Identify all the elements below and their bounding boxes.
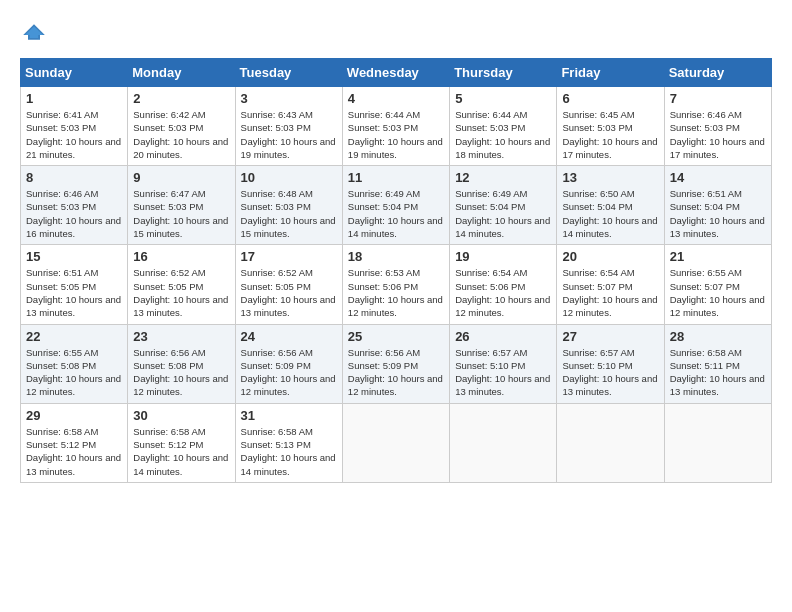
day-info: Sunrise: 6:58 AMSunset: 5:13 PMDaylight:… (241, 425, 337, 478)
day-cell-18: 18Sunrise: 6:53 AMSunset: 5:06 PMDayligh… (342, 245, 449, 324)
day-cell-27: 27Sunrise: 6:57 AMSunset: 5:10 PMDayligh… (557, 324, 664, 403)
column-header-friday: Friday (557, 59, 664, 87)
day-number: 7 (670, 91, 766, 106)
day-cell-13: 13Sunrise: 6:50 AMSunset: 5:04 PMDayligh… (557, 166, 664, 245)
day-info: Sunrise: 6:46 AMSunset: 5:03 PMDaylight:… (26, 187, 122, 240)
day-cell-29: 29Sunrise: 6:58 AMSunset: 5:12 PMDayligh… (21, 403, 128, 482)
day-cell-6: 6Sunrise: 6:45 AMSunset: 5:03 PMDaylight… (557, 87, 664, 166)
day-number: 17 (241, 249, 337, 264)
day-info: Sunrise: 6:43 AMSunset: 5:03 PMDaylight:… (241, 108, 337, 161)
day-info: Sunrise: 6:49 AMSunset: 5:04 PMDaylight:… (348, 187, 444, 240)
day-number: 23 (133, 329, 229, 344)
day-number: 4 (348, 91, 444, 106)
day-cell-7: 7Sunrise: 6:46 AMSunset: 5:03 PMDaylight… (664, 87, 771, 166)
day-number: 6 (562, 91, 658, 106)
day-info: Sunrise: 6:47 AMSunset: 5:03 PMDaylight:… (133, 187, 229, 240)
day-info: Sunrise: 6:54 AMSunset: 5:07 PMDaylight:… (562, 266, 658, 319)
day-number: 11 (348, 170, 444, 185)
column-header-tuesday: Tuesday (235, 59, 342, 87)
day-number: 18 (348, 249, 444, 264)
day-cell-17: 17Sunrise: 6:52 AMSunset: 5:05 PMDayligh… (235, 245, 342, 324)
empty-cell (557, 403, 664, 482)
day-info: Sunrise: 6:49 AMSunset: 5:04 PMDaylight:… (455, 187, 551, 240)
calendar-header-row: SundayMondayTuesdayWednesdayThursdayFrid… (21, 59, 772, 87)
day-number: 28 (670, 329, 766, 344)
day-number: 25 (348, 329, 444, 344)
day-cell-25: 25Sunrise: 6:56 AMSunset: 5:09 PMDayligh… (342, 324, 449, 403)
column-header-thursday: Thursday (450, 59, 557, 87)
logo (20, 20, 46, 48)
week-row-1: 1Sunrise: 6:41 AMSunset: 5:03 PMDaylight… (21, 87, 772, 166)
day-number: 27 (562, 329, 658, 344)
day-cell-28: 28Sunrise: 6:58 AMSunset: 5:11 PMDayligh… (664, 324, 771, 403)
day-number: 30 (133, 408, 229, 423)
day-info: Sunrise: 6:52 AMSunset: 5:05 PMDaylight:… (241, 266, 337, 319)
day-info: Sunrise: 6:56 AMSunset: 5:09 PMDaylight:… (348, 346, 444, 399)
week-row-5: 29Sunrise: 6:58 AMSunset: 5:12 PMDayligh… (21, 403, 772, 482)
day-info: Sunrise: 6:58 AMSunset: 5:12 PMDaylight:… (133, 425, 229, 478)
empty-cell (664, 403, 771, 482)
day-info: Sunrise: 6:51 AMSunset: 5:05 PMDaylight:… (26, 266, 122, 319)
day-number: 20 (562, 249, 658, 264)
day-cell-20: 20Sunrise: 6:54 AMSunset: 5:07 PMDayligh… (557, 245, 664, 324)
day-number: 1 (26, 91, 122, 106)
day-info: Sunrise: 6:41 AMSunset: 5:03 PMDaylight:… (26, 108, 122, 161)
day-cell-3: 3Sunrise: 6:43 AMSunset: 5:03 PMDaylight… (235, 87, 342, 166)
day-number: 26 (455, 329, 551, 344)
day-cell-15: 15Sunrise: 6:51 AMSunset: 5:05 PMDayligh… (21, 245, 128, 324)
day-cell-5: 5Sunrise: 6:44 AMSunset: 5:03 PMDaylight… (450, 87, 557, 166)
day-number: 8 (26, 170, 122, 185)
day-info: Sunrise: 6:56 AMSunset: 5:08 PMDaylight:… (133, 346, 229, 399)
day-info: Sunrise: 6:54 AMSunset: 5:06 PMDaylight:… (455, 266, 551, 319)
day-info: Sunrise: 6:52 AMSunset: 5:05 PMDaylight:… (133, 266, 229, 319)
day-info: Sunrise: 6:44 AMSunset: 5:03 PMDaylight:… (455, 108, 551, 161)
day-number: 19 (455, 249, 551, 264)
empty-cell (450, 403, 557, 482)
day-info: Sunrise: 6:58 AMSunset: 5:11 PMDaylight:… (670, 346, 766, 399)
day-number: 14 (670, 170, 766, 185)
day-cell-9: 9Sunrise: 6:47 AMSunset: 5:03 PMDaylight… (128, 166, 235, 245)
day-cell-1: 1Sunrise: 6:41 AMSunset: 5:03 PMDaylight… (21, 87, 128, 166)
day-cell-21: 21Sunrise: 6:55 AMSunset: 5:07 PMDayligh… (664, 245, 771, 324)
day-cell-19: 19Sunrise: 6:54 AMSunset: 5:06 PMDayligh… (450, 245, 557, 324)
day-info: Sunrise: 6:44 AMSunset: 5:03 PMDaylight:… (348, 108, 444, 161)
day-info: Sunrise: 6:55 AMSunset: 5:07 PMDaylight:… (670, 266, 766, 319)
day-number: 29 (26, 408, 122, 423)
day-info: Sunrise: 6:57 AMSunset: 5:10 PMDaylight:… (455, 346, 551, 399)
day-number: 2 (133, 91, 229, 106)
day-cell-24: 24Sunrise: 6:56 AMSunset: 5:09 PMDayligh… (235, 324, 342, 403)
week-row-4: 22Sunrise: 6:55 AMSunset: 5:08 PMDayligh… (21, 324, 772, 403)
day-info: Sunrise: 6:48 AMSunset: 5:03 PMDaylight:… (241, 187, 337, 240)
day-number: 15 (26, 249, 122, 264)
day-cell-11: 11Sunrise: 6:49 AMSunset: 5:04 PMDayligh… (342, 166, 449, 245)
day-number: 10 (241, 170, 337, 185)
day-number: 16 (133, 249, 229, 264)
day-cell-22: 22Sunrise: 6:55 AMSunset: 5:08 PMDayligh… (21, 324, 128, 403)
day-cell-26: 26Sunrise: 6:57 AMSunset: 5:10 PMDayligh… (450, 324, 557, 403)
day-number: 9 (133, 170, 229, 185)
day-number: 5 (455, 91, 551, 106)
day-number: 21 (670, 249, 766, 264)
day-info: Sunrise: 6:46 AMSunset: 5:03 PMDaylight:… (670, 108, 766, 161)
day-cell-10: 10Sunrise: 6:48 AMSunset: 5:03 PMDayligh… (235, 166, 342, 245)
day-info: Sunrise: 6:42 AMSunset: 5:03 PMDaylight:… (133, 108, 229, 161)
column-header-saturday: Saturday (664, 59, 771, 87)
day-number: 13 (562, 170, 658, 185)
calendar-table: SundayMondayTuesdayWednesdayThursdayFrid… (20, 58, 772, 483)
day-number: 12 (455, 170, 551, 185)
day-info: Sunrise: 6:55 AMSunset: 5:08 PMDaylight:… (26, 346, 122, 399)
day-cell-16: 16Sunrise: 6:52 AMSunset: 5:05 PMDayligh… (128, 245, 235, 324)
day-cell-14: 14Sunrise: 6:51 AMSunset: 5:04 PMDayligh… (664, 166, 771, 245)
day-info: Sunrise: 6:56 AMSunset: 5:09 PMDaylight:… (241, 346, 337, 399)
week-row-2: 8Sunrise: 6:46 AMSunset: 5:03 PMDaylight… (21, 166, 772, 245)
day-cell-30: 30Sunrise: 6:58 AMSunset: 5:12 PMDayligh… (128, 403, 235, 482)
day-number: 31 (241, 408, 337, 423)
day-info: Sunrise: 6:53 AMSunset: 5:06 PMDaylight:… (348, 266, 444, 319)
day-info: Sunrise: 6:58 AMSunset: 5:12 PMDaylight:… (26, 425, 122, 478)
day-number: 24 (241, 329, 337, 344)
day-cell-23: 23Sunrise: 6:56 AMSunset: 5:08 PMDayligh… (128, 324, 235, 403)
column-header-sunday: Sunday (21, 59, 128, 87)
day-info: Sunrise: 6:57 AMSunset: 5:10 PMDaylight:… (562, 346, 658, 399)
day-number: 22 (26, 329, 122, 344)
empty-cell (342, 403, 449, 482)
